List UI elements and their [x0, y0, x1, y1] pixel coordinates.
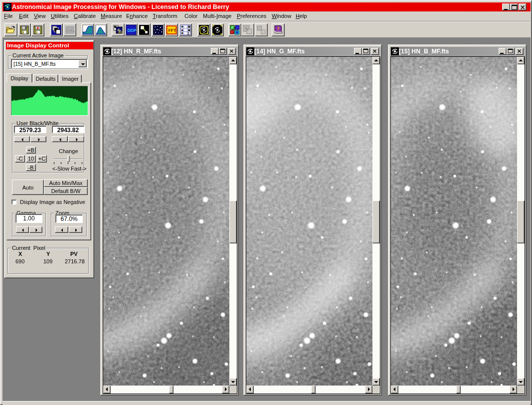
svg-text:CAL: CAL [66, 28, 76, 33]
svg-text:F: F [37, 26, 39, 30]
svg-text:5x5: 5x5 [118, 31, 122, 34]
svg-text:?: ? [277, 26, 280, 31]
svg-text:DDP: DDP [127, 28, 136, 33]
svg-text:Σ: Σ [187, 31, 190, 36]
svg-text:FFT: FFT [168, 28, 176, 33]
